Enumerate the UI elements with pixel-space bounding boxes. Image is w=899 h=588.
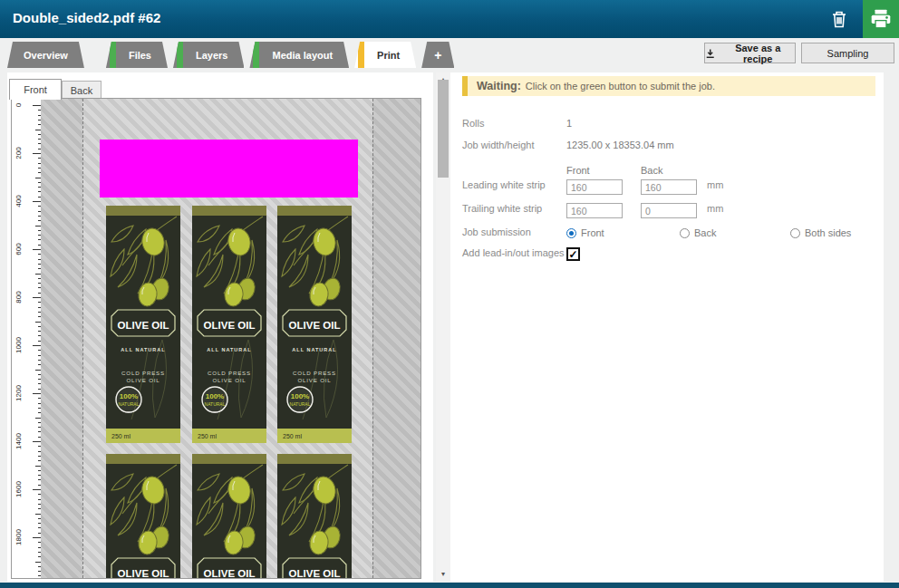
radio-both-sides[interactable]: Both sides	[790, 227, 851, 238]
tab-media-layout[interactable]: Media layout	[249, 42, 349, 68]
ruler-tick	[33, 345, 41, 346]
svg-text:OLIVE OIL: OLIVE OIL	[289, 568, 341, 578]
radio-back[interactable]: Back	[680, 227, 716, 238]
ruler-tick	[33, 201, 41, 202]
svg-text:OLIVE OIL: OLIVE OIL	[126, 377, 160, 383]
job-title: Double_sided2.pdf #62	[13, 10, 160, 25]
ruler-label: 0	[14, 99, 24, 115]
tab-overview[interactable]: Overview	[7, 42, 84, 68]
delete-job-button[interactable]	[828, 8, 850, 30]
svg-text:ALL NATURAL: ALL NATURAL	[207, 347, 251, 352]
ruler-tick	[33, 297, 41, 298]
job-size-row: Job width/height 1235.00 x 18353.04 mm	[462, 140, 875, 158]
media-preview: OLIVE OIL ALL NATURAL COLD PRESS OLIVE O…	[41, 99, 420, 578]
checkmark-icon: ✓	[568, 248, 577, 261]
margin-guide-left	[82, 99, 83, 578]
preview-panel: Front Back 02004006008001000120014001600…	[7, 72, 433, 582]
trailing-back-input[interactable]	[641, 203, 697, 218]
ruler-tick	[33, 249, 41, 250]
ruler-label: 1400	[14, 431, 24, 451]
ruler-tick	[33, 105, 41, 106]
preview-tab-front-label: Front	[24, 84, 47, 95]
tab-files[interactable]: Files	[106, 42, 168, 68]
ruler-label: 600	[14, 239, 24, 259]
preview-tab-front[interactable]: Front	[9, 79, 62, 100]
save-as-recipe-button[interactable]: Save as a recipe	[704, 43, 796, 63]
svg-text:NATURAL: NATURAL	[205, 401, 226, 407]
trailing-white-strip-label: Trailing white strip	[462, 203, 542, 214]
ruler-label: 800	[14, 287, 24, 307]
svg-text:OLIVE OIL: OLIVE OIL	[204, 320, 256, 331]
trailing-white-strip-row: Trailing white strip mm	[462, 203, 875, 221]
olive-oil-label-artwork: OLIVE OIL ALL NATURAL COLD PRESS OLIVE O…	[106, 454, 180, 578]
tab-media-layout-label: Media layout	[272, 50, 333, 61]
app-window: Double_sided2.pdf #62 Overview F	[0, 0, 899, 588]
submit-job-button[interactable]	[863, 0, 899, 38]
svg-text:COLD PRESS: COLD PRESS	[208, 370, 251, 376]
radio-both-sides-label: Both sides	[805, 227, 851, 238]
tab-print[interactable]: Print	[354, 42, 416, 68]
trailing-unit: mm	[707, 203, 723, 214]
trailing-front-input[interactable]	[566, 203, 623, 218]
sampling-button[interactable]: Sampling	[801, 43, 894, 63]
preview-tab-back[interactable]: Back	[62, 81, 102, 100]
svg-text:250 ml: 250 ml	[111, 433, 130, 439]
job-size-label: Job width/height	[462, 140, 535, 150]
tab-files-status-stripe	[110, 42, 116, 68]
svg-text:OLIVE OIL: OLIVE OIL	[212, 377, 246, 383]
job-submission-row: Job submission Front Back Both sides	[462, 227, 875, 245]
job-preview: 020040060080010001200140016001800	[11, 98, 421, 579]
svg-text:100%: 100%	[120, 392, 138, 400]
preview-scrollbar[interactable]: ▴ ▾	[436, 72, 450, 582]
olive-oil-label-artwork: OLIVE OIL ALL NATURAL COLD PRESS OLIVE O…	[192, 206, 266, 443]
scroll-down-icon[interactable]: ▾	[436, 567, 450, 580]
leading-white-strip-label: Leading white strip	[462, 179, 546, 190]
tab-print-label: Print	[377, 50, 400, 61]
olive-label-r2c2: OLIVE OIL ALL NATURAL COLD PRESS OLIVE O…	[192, 454, 266, 578]
status-banner: Waiting: Click on the green button to su…	[462, 76, 875, 96]
olive-label-r1c3: OLIVE OIL ALL NATURAL COLD PRESS OLIVE O…	[277, 206, 352, 443]
olive-oil-label-artwork: OLIVE OIL ALL NATURAL COLD PRESS OLIVE O…	[106, 206, 180, 443]
sampling-label: Sampling	[827, 48, 869, 59]
print-settings-panel: Waiting: Click on the green button to su…	[450, 72, 884, 582]
olive-label-r1c2: OLIVE OIL ALL NATURAL COLD PRESS OLIVE O…	[192, 206, 266, 443]
add-tab-button[interactable]: +	[421, 42, 454, 68]
leading-front-input[interactable]	[566, 179, 623, 195]
save-as-recipe-label: Save as a recipe	[720, 43, 795, 64]
rolls-value: 1	[566, 118, 572, 129]
tab-overview-label: Overview	[24, 50, 68, 61]
rolls-label: Rolls	[462, 118, 484, 129]
trash-icon	[828, 8, 850, 30]
ruler-label: 1800	[14, 527, 24, 547]
svg-text:COLD PRESS: COLD PRESS	[293, 370, 336, 376]
svg-text:OLIVE OIL: OLIVE OIL	[289, 320, 341, 331]
svg-text:NATURAL: NATURAL	[119, 401, 140, 407]
radio-back-icon	[680, 228, 690, 238]
back-column-header: Back	[641, 165, 662, 176]
svg-text:NATURAL: NATURAL	[290, 401, 311, 407]
ruler-label: 1600	[14, 479, 24, 499]
radio-back-label: Back	[694, 227, 716, 238]
ruler-label: 1200	[14, 383, 24, 403]
lead-in-image	[100, 140, 358, 198]
printer-icon	[869, 7, 893, 31]
radio-front[interactable]: Front	[566, 227, 604, 238]
ruler-tick	[33, 537, 41, 538]
scrollbar-thumb[interactable]	[438, 80, 449, 178]
tab-layers[interactable]: Layers	[173, 42, 244, 68]
job-submission-label: Job submission	[462, 227, 531, 237]
tab-layers-status-stripe	[177, 42, 183, 68]
radio-front-label: Front	[581, 227, 604, 238]
lead-images-checkbox[interactable]: ✓	[566, 247, 580, 261]
olive-oil-label-artwork: OLIVE OIL ALL NATURAL COLD PRESS OLIVE O…	[192, 454, 266, 578]
svg-text:ALL NATURAL: ALL NATURAL	[121, 347, 165, 352]
svg-text:OLIVE OIL: OLIVE OIL	[118, 320, 169, 331]
ruler-tick	[33, 441, 41, 442]
ruler-tick	[33, 489, 41, 490]
svg-text:OLIVE OIL: OLIVE OIL	[204, 568, 256, 578]
olive-oil-label-artwork: OLIVE OIL ALL NATURAL COLD PRESS OLIVE O…	[277, 454, 352, 578]
svg-text:100%: 100%	[206, 392, 224, 400]
leading-back-input[interactable]	[641, 179, 697, 195]
svg-text:OLIVE OIL: OLIVE OIL	[297, 377, 331, 383]
main-tab-strip: Overview Files Layers Media layout Print…	[7, 42, 459, 68]
